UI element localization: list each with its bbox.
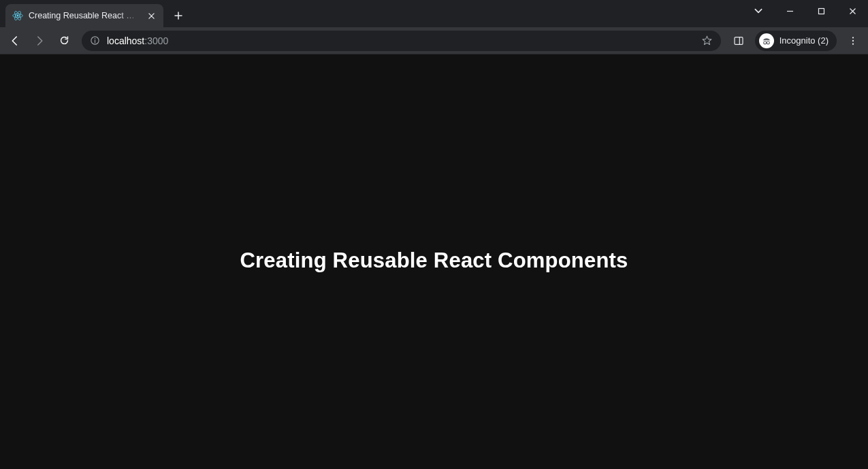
svg-point-6 bbox=[95, 38, 96, 39]
svg-rect-7 bbox=[735, 37, 743, 44]
tab-title: Creating Reusable React Components bbox=[29, 11, 140, 20]
side-panel-button[interactable] bbox=[728, 30, 750, 52]
forward-button[interactable] bbox=[29, 30, 50, 52]
new-tab-button[interactable] bbox=[169, 6, 188, 25]
page-heading: Creating Reusable React Components bbox=[240, 248, 628, 273]
browser-tab[interactable]: Creating Reusable React Components bbox=[5, 4, 163, 27]
svg-point-11 bbox=[852, 39, 854, 41]
maximize-button[interactable] bbox=[805, 0, 837, 22]
reload-button[interactable] bbox=[53, 30, 75, 52]
incognito-icon bbox=[759, 33, 774, 48]
incognito-indicator[interactable]: Incognito (2) bbox=[755, 31, 837, 51]
titlebar: Creating Reusable React Components bbox=[0, 0, 868, 27]
svg-point-9 bbox=[767, 41, 769, 44]
svg-rect-4 bbox=[818, 8, 824, 14]
incognito-label: Incognito (2) bbox=[779, 35, 829, 46]
bookmark-star-icon[interactable] bbox=[701, 35, 713, 46]
svg-point-8 bbox=[763, 41, 766, 44]
toolbar: localhost:3000 Incognito (2) bbox=[0, 27, 868, 54]
search-tabs-button[interactable] bbox=[747, 0, 770, 22]
react-favicon bbox=[12, 10, 23, 21]
url-port: :3000 bbox=[144, 35, 168, 46]
chrome-menu-button[interactable] bbox=[842, 30, 864, 52]
window-controls bbox=[747, 0, 868, 27]
site-info-icon[interactable] bbox=[90, 35, 100, 46]
svg-point-10 bbox=[852, 37, 854, 38]
address-bar[interactable]: localhost:3000 bbox=[82, 31, 721, 51]
minimize-button[interactable] bbox=[774, 0, 805, 22]
svg-point-0 bbox=[17, 15, 19, 17]
svg-point-12 bbox=[852, 43, 854, 44]
back-button[interactable] bbox=[4, 30, 26, 52]
page-viewport: Creating Reusable React Components bbox=[0, 54, 868, 469]
url-host: localhost bbox=[107, 35, 144, 46]
tab-strip: Creating Reusable React Components bbox=[5, 0, 188, 27]
url-text: localhost:3000 bbox=[107, 35, 694, 46]
close-window-button[interactable] bbox=[837, 0, 868, 22]
close-tab-button[interactable] bbox=[146, 10, 157, 21]
